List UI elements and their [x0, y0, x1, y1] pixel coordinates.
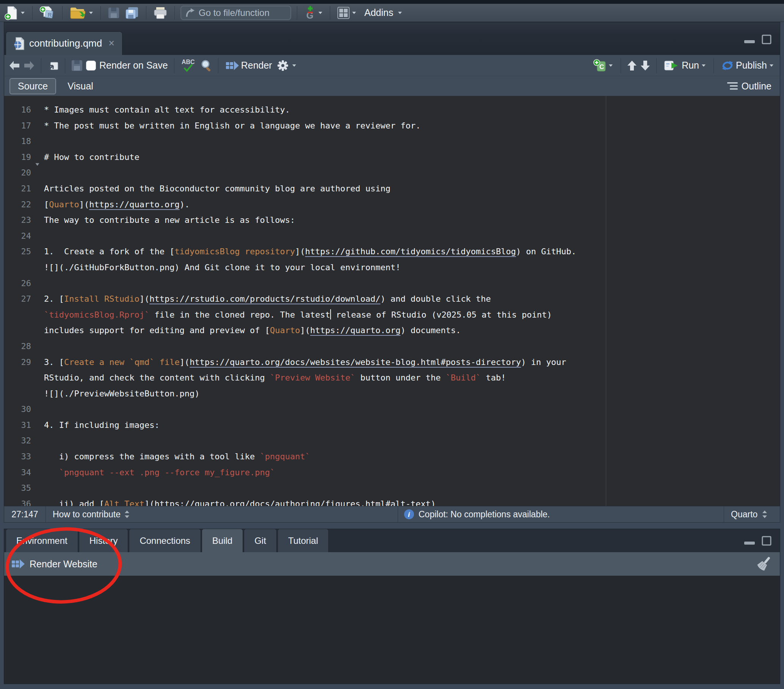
tab-source[interactable]: Source	[10, 78, 56, 94]
search-icon[interactable]	[201, 59, 212, 72]
toolbar-separator	[330, 6, 330, 20]
editor-toolbar: Render on Save ABC Render C Run Publish	[4, 55, 780, 76]
quarto-file-icon	[14, 37, 24, 50]
toolbar-separator	[713, 58, 714, 73]
code-line: 16* Images must contain alt text for acc…	[4, 102, 780, 118]
new-project-icon: R	[40, 6, 55, 20]
toolbar-separator	[297, 6, 297, 20]
render-button[interactable]: Render	[224, 59, 274, 72]
code-line: 18	[4, 133, 780, 149]
broom-clear-icon[interactable]	[756, 556, 772, 572]
save-button[interactable]	[107, 6, 121, 20]
margin-column-line	[606, 96, 606, 506]
code-line: 22[Quarto](https://quarto.org).	[4, 197, 780, 213]
panel-tab-tutorial[interactable]: Tutorial	[278, 529, 329, 552]
popout-window-icon[interactable]	[48, 60, 59, 71]
maximize-icon[interactable]	[762, 536, 771, 546]
print-icon	[153, 7, 167, 19]
panel-tab-connections[interactable]: Connections	[129, 529, 201, 552]
back-icon[interactable]	[9, 60, 20, 71]
toolbar-separator	[175, 6, 175, 20]
cursor-position[interactable]: 27:147	[4, 506, 46, 522]
code-line: 32	[4, 433, 780, 449]
workspace-panes-button[interactable]	[336, 6, 358, 20]
addins-label: Addins	[362, 7, 395, 18]
outline-button[interactable]: Outline	[727, 81, 774, 92]
code-line: 20	[4, 165, 780, 181]
code-line: 251. Create a fork of the [tidyomicsBlog…	[4, 244, 780, 260]
code-line: ![](./GitHubForkButton.png) And Git clon…	[4, 260, 780, 276]
spellcheck-icon[interactable]: ABC	[180, 58, 197, 73]
save-icon	[108, 7, 119, 18]
new-file-button[interactable]	[3, 5, 26, 21]
toolbar-separator	[62, 6, 63, 20]
insert-chunk-button[interactable]: C	[592, 58, 614, 73]
arrow-up-icon[interactable]	[627, 60, 637, 71]
code-line: 35	[4, 480, 780, 496]
panel-tab-history[interactable]: History	[79, 529, 128, 552]
file-tab-contributing-qmd[interactable]: contributing.qmd ×	[6, 31, 122, 55]
toolbar-separator	[621, 58, 621, 73]
rstudio-window: R G Addi	[0, 0, 784, 689]
forward-icon[interactable]	[23, 60, 35, 71]
scope-label: How to contribute	[53, 509, 120, 520]
source-editor[interactable]: 16* Images must contain alt text for acc…	[4, 96, 780, 506]
chevron-down-icon	[318, 12, 323, 15]
code-line: includes support for editing and preview…	[4, 322, 780, 339]
toolbar-separator	[65, 58, 65, 73]
svg-text:C: C	[600, 63, 604, 71]
chevron-down-icon[interactable]	[292, 64, 296, 67]
quarto-render-icon	[226, 61, 239, 71]
code-line: 24	[4, 228, 780, 244]
goto-file-function-box[interactable]	[180, 6, 291, 20]
chevron-down-icon	[20, 12, 25, 15]
arrow-down-icon[interactable]	[640, 60, 650, 71]
panel-tab-environment[interactable]: Environment	[6, 529, 78, 552]
toolbar-separator	[656, 58, 657, 73]
gear-icon[interactable]	[277, 60, 288, 71]
bottom-panel-tabs: EnvironmentHistoryConnectionsBuildGitTut…	[4, 529, 780, 552]
close-icon[interactable]: ×	[109, 38, 114, 49]
run-label: Run	[682, 60, 699, 71]
publish-button[interactable]: Publish	[720, 59, 775, 72]
build-output-area[interactable]	[4, 576, 780, 684]
code-line: 272. [Install RStudio](https://rstudio.c…	[4, 291, 780, 307]
panel-tab-build[interactable]: Build	[202, 529, 243, 552]
save-icon[interactable]	[71, 60, 82, 71]
panel-tab-list: EnvironmentHistoryConnectionsBuildGitTut…	[6, 529, 329, 552]
open-file-button[interactable]	[68, 5, 95, 20]
minimize-icon[interactable]	[743, 536, 756, 546]
toolbar-separator	[146, 6, 147, 20]
addins-button[interactable]: Addins	[361, 6, 404, 19]
code-line: 28	[4, 339, 780, 354]
maximize-icon[interactable]	[762, 35, 771, 44]
insert-chunk-icon: C	[593, 59, 606, 72]
editor-status-bar: 27:147 How to contribute i Copilot: No c…	[4, 506, 780, 523]
new-file-icon	[5, 6, 18, 20]
code-line: 314. If including images:	[4, 417, 780, 433]
render-website-button[interactable]: Render Website	[12, 559, 97, 570]
print-button[interactable]	[152, 6, 169, 20]
copilot-status: i Copilot: No completions available.	[398, 506, 724, 522]
goto-arrow-icon	[185, 8, 196, 18]
scope-selector[interactable]: How to contribute	[46, 506, 398, 522]
editor-pane-window-controls	[743, 35, 771, 44]
code-line: `tidyomicsBlog.Rproj` file in the cloned…	[4, 307, 780, 323]
publish-icon	[721, 60, 734, 71]
goto-file-function-input[interactable]	[199, 8, 282, 18]
new-project-button[interactable]: R	[38, 5, 56, 21]
code-rows: 16* Images must contain alt text for acc…	[4, 102, 780, 506]
panel-tab-git[interactable]: Git	[244, 529, 277, 552]
code-line: ![](./PreviewWebsiteButton.png)	[4, 386, 780, 402]
run-button[interactable]: Run	[663, 59, 707, 72]
chevron-down-icon	[398, 12, 402, 15]
git-commit-button[interactable]: G	[303, 5, 324, 21]
save-all-button[interactable]	[124, 5, 140, 20]
copilot-message: Copilot: No completions available.	[418, 509, 550, 520]
render-on-save-checkbox[interactable]	[86, 61, 96, 71]
code-line: 21Articles posted on the Bioconductor co…	[4, 181, 780, 197]
language-mode-selector[interactable]: Quarto	[724, 506, 780, 522]
code-line: 293. [Create a new `qmd` file](https://q…	[4, 354, 780, 370]
tab-visual[interactable]: Visual	[60, 79, 101, 94]
minimize-icon[interactable]	[743, 35, 756, 44]
